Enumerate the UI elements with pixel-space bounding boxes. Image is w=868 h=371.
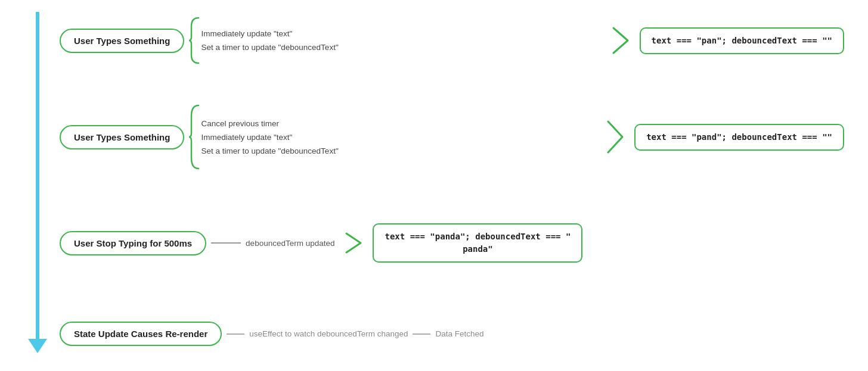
row1: User Types Something Immediately update … <box>60 17 844 64</box>
row2-pill: User Types Something <box>60 125 184 149</box>
row2: User Types Something Cancel previous tim… <box>60 104 844 170</box>
brace-svg-2 <box>188 104 201 170</box>
row4: State Update Causes Re-render useEffect … <box>60 322 844 346</box>
arrow-head <box>28 339 47 353</box>
row3-result-box: text === "panda"; debouncedText === " pa… <box>373 223 582 263</box>
row1-chevron <box>610 26 631 55</box>
row3-connector-text: debouncedTerm updated <box>246 239 334 248</box>
row2-brace-items: Cancel previous timer Immediately update… <box>201 118 338 157</box>
row4-pill: State Update Causes Re-render <box>60 322 222 346</box>
row4-line1 <box>227 333 244 335</box>
row3-result-text-1: text === "panda"; debouncedText === " <box>385 232 571 241</box>
row2-brace-item-2: Immediately update "text" <box>201 132 338 143</box>
row3: User Stop Typing for 500ms debouncedTerm… <box>60 223 844 263</box>
row1-pill: User Types Something <box>60 29 184 53</box>
row4-connector-text: useEffect to watch debouncedTerm changed <box>249 329 408 338</box>
row2-brace-item-1: Cancel previous timer <box>201 118 338 129</box>
row3-line <box>211 242 241 244</box>
row4-connector-text2: Data Fetched <box>435 329 483 338</box>
row1-brace-item-1: Immediately update "text" <box>201 28 338 39</box>
row1-result-text: text === "pan"; debouncedText === "" <box>652 36 832 45</box>
row2-result-text: text === "pand"; debouncedText === "" <box>646 132 832 142</box>
row2-chevron <box>604 119 626 155</box>
row2-result-box: text === "pand"; debouncedText === "" <box>634 124 844 151</box>
arrow-line <box>36 12 39 339</box>
row4-line2 <box>413 333 430 335</box>
row1-result-box: text === "pan"; debouncedText === "" <box>640 27 844 54</box>
row3-pill: User Stop Typing for 500ms <box>60 231 206 255</box>
diagram-container: User Types Something Immediately update … <box>0 0 868 371</box>
row2-brace-item-3: Set a timer to update "debouncedText" <box>201 145 338 157</box>
row3-chevron <box>343 231 364 255</box>
row1-brace-item-2: Set a timer to update "debouncedText" <box>201 42 338 53</box>
row3-result-text-2: panda" <box>463 244 493 254</box>
vertical-time-arrow <box>35 12 41 353</box>
row1-brace-items: Immediately update "text" Set a timer to… <box>201 28 338 53</box>
brace-svg-1 <box>188 17 201 64</box>
